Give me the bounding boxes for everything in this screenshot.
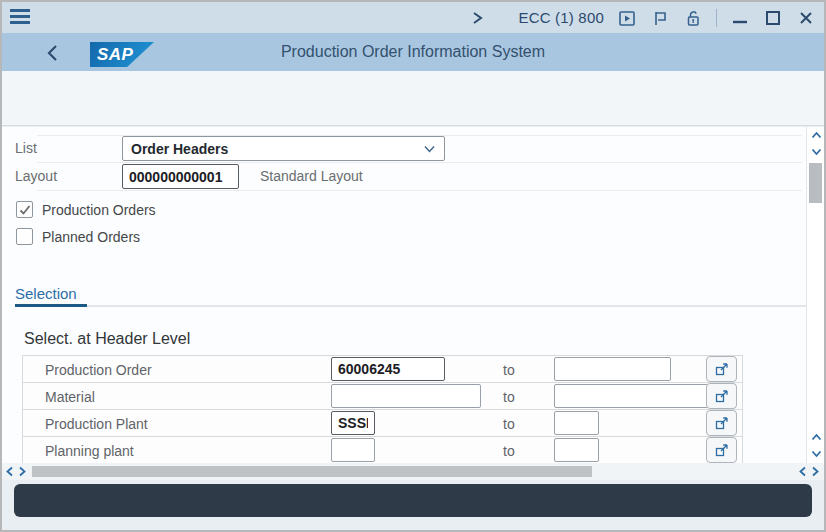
scroll-right-icon[interactable]	[810, 466, 820, 477]
scroll-up-icon[interactable]	[807, 429, 824, 445]
unlock-icon[interactable]	[683, 8, 703, 28]
scroll-down-icon[interactable]	[807, 445, 824, 461]
toolbar: Cancel More Exit	[2, 71, 824, 126]
horizontal-scroll-thumb[interactable]	[32, 466, 592, 477]
sessions-flag-icon[interactable]	[650, 8, 670, 28]
layout-label: Layout	[15, 168, 57, 184]
chevron-down-icon	[423, 144, 436, 154]
row-planning-plant: Planning plant to	[23, 437, 742, 463]
selection-screen: List Order Headers Layout Standard Layou…	[2, 127, 824, 463]
planned-orders-checkbox[interactable]: Planned Orders	[16, 228, 140, 245]
vertical-scroll-thumb[interactable]	[809, 163, 822, 203]
list-dropdown[interactable]: Order Headers	[122, 136, 445, 161]
row-material: Material to	[23, 383, 742, 410]
header-level-groupbox: Production Order to Material to Producti…	[22, 355, 743, 463]
minimize-icon[interactable]	[730, 8, 750, 28]
sap-gui-window: ECC (1) 800 Product	[0, 0, 826, 532]
horizontal-scrollbar[interactable]	[2, 463, 824, 480]
tab-strip-line	[87, 305, 810, 307]
layout-input[interactable]	[122, 164, 239, 189]
vertical-scrollbar[interactable]	[806, 127, 824, 463]
play-session-icon[interactable]	[617, 8, 637, 28]
production-order-to-input[interactable]	[554, 357, 671, 381]
menu-icon[interactable]	[10, 9, 30, 26]
scroll-right-icon[interactable]	[17, 466, 27, 477]
expand-chevron-icon[interactable]	[467, 8, 487, 28]
planning-plant-from-input[interactable]	[331, 438, 375, 462]
multiple-selection-button[interactable]	[706, 383, 737, 409]
section-title: Select. at Header Level	[24, 330, 190, 348]
system-id: ECC (1) 800	[518, 9, 604, 26]
scroll-down-icon[interactable]	[807, 143, 824, 159]
production-plant-to-input[interactable]	[554, 411, 599, 435]
scroll-left-icon[interactable]	[5, 466, 15, 477]
checkbox-icon	[16, 228, 33, 245]
tab-selection[interactable]: Selection	[15, 285, 77, 302]
title-bar: Production Order Information System SAP	[2, 33, 824, 71]
row-production-plant: Production Plant to	[23, 410, 742, 437]
status-bar	[14, 484, 812, 517]
production-orders-checkbox[interactable]: Production Orders	[16, 201, 156, 218]
list-dropdown-value: Order Headers	[131, 141, 423, 157]
tab-active-indicator	[15, 304, 87, 307]
layout-description: Standard Layout	[260, 168, 363, 184]
planning-plant-to-input[interactable]	[554, 438, 599, 462]
divider	[716, 9, 717, 27]
multiple-selection-button[interactable]	[706, 410, 737, 436]
material-from-input[interactable]	[331, 384, 481, 408]
scroll-left-icon[interactable]	[798, 466, 808, 477]
scroll-up-icon[interactable]	[807, 127, 824, 143]
maximize-icon[interactable]	[763, 8, 783, 28]
system-bar: ECC (1) 800	[2, 2, 824, 33]
multiple-selection-button[interactable]	[706, 356, 737, 382]
material-to-input[interactable]	[554, 384, 708, 408]
multiple-selection-button[interactable]	[706, 437, 737, 463]
checkbox-icon	[16, 201, 33, 218]
close-icon[interactable]	[796, 8, 816, 28]
row-production-order: Production Order to	[23, 356, 742, 383]
production-plant-from-input[interactable]	[331, 411, 375, 435]
list-label: List	[15, 140, 37, 156]
production-order-from-input[interactable]	[331, 357, 445, 381]
